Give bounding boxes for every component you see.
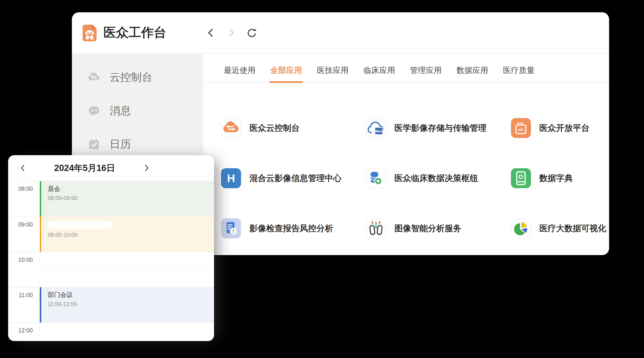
app-item-1[interactable]: Mos医学影像存储与传输管理 — [366, 103, 511, 153]
medical-workbench-logo — [82, 24, 97, 41]
svg-text:</>: </> — [518, 127, 524, 132]
back-button[interactable] — [206, 28, 216, 38]
sidebar-item-label: 日历 — [110, 137, 131, 152]
chevron-right-icon — [226, 28, 236, 38]
app-tile — [366, 168, 386, 188]
app-item-0[interactable]: 医众云控制台 — [221, 103, 366, 153]
chevron-left-icon — [206, 28, 216, 38]
app-tile — [511, 218, 531, 238]
bigdata-visualization-icon — [512, 218, 530, 238]
calendar-day-grid: 08:0009:0010:0011:0012:00 晨会08:00-09:000… — [8, 181, 214, 341]
event-time: 08:00-09:00 — [48, 195, 214, 201]
cloud-settings-icon — [87, 71, 101, 84]
calendar-event-2[interactable]: 部门会议11:00-12:00 — [40, 287, 214, 323]
svg-text:H: H — [227, 172, 235, 184]
app-label: 混合云影像信息管理中心 — [250, 173, 342, 184]
tab-6[interactable]: 医疗质量 — [503, 65, 535, 82]
app-label: 医众云控制台 — [250, 122, 300, 134]
calendar-event-1[interactable]: 09:00-10:00 — [40, 216, 214, 252]
svg-text:!: ! — [232, 228, 234, 234]
sidebar-item-label: 消息 — [110, 104, 131, 118]
app-category-tabs: 最近使用全部应用医技应用临床应用管理应用数据应用医疗质量 — [203, 53, 609, 83]
clinical-data-icon — [366, 168, 386, 188]
app-label: 影像检查报告风控分析 — [250, 223, 333, 234]
app-item-7[interactable]: 图像智能分析服务 — [366, 203, 511, 253]
cloud-console-icon — [222, 118, 240, 138]
report-risk-icon: ! — [221, 218, 241, 238]
event-time: 11:00-12:00 — [48, 301, 214, 307]
event-title: 晨会 — [48, 185, 214, 193]
browser-nav — [206, 12, 257, 53]
app-tile: </> — [511, 118, 531, 138]
app-label: 数据字典 — [539, 173, 573, 184]
time-label: 11:00 — [8, 292, 33, 299]
app-item-3[interactable]: H混合云影像信息管理中心 — [221, 153, 366, 203]
app-label: 医疗大数据可视化 — [539, 223, 606, 234]
image-analysis-icon — [366, 218, 386, 238]
sidebar-item-0[interactable]: 云控制台 — [72, 61, 202, 94]
app-tile: Mos — [366, 118, 386, 138]
tab-0[interactable]: 最近使用 — [224, 65, 256, 82]
sidebar-item-label: 云控制台 — [110, 70, 152, 85]
message-icon — [87, 104, 101, 118]
sidebar-item-1[interactable]: 消息 — [72, 94, 202, 128]
content-area: 最近使用全部应用医技应用临床应用管理应用数据应用医疗质量 医众云控制台Mos医学… — [203, 53, 609, 255]
app-tile: H — [221, 168, 241, 188]
event-time: 09:00-10:00 — [48, 232, 214, 238]
calendar-nav: 2024年5月16日 — [19, 162, 150, 174]
refresh-icon — [246, 28, 257, 38]
calendar-events-layer: 晨会08:00-09:0009:00-10:00部门会议11:00-12:00 — [40, 181, 214, 341]
svg-text:D: D — [519, 173, 523, 180]
app-tile: D — [511, 168, 531, 188]
chevron-left-icon — [19, 164, 27, 172]
app-item-8[interactable]: 医疗大数据可视化 — [511, 203, 609, 253]
calendar-header: 2024年5月16日 — [8, 155, 214, 181]
tab-5[interactable]: 数据应用 — [456, 65, 488, 82]
calendar-icon — [87, 138, 101, 151]
app-label: 图像智能分析服务 — [394, 223, 461, 234]
app-tile: ! — [221, 218, 241, 238]
calendar-prev-button[interactable] — [19, 164, 27, 172]
chevron-right-icon — [142, 164, 150, 172]
calendar-panel: 2024年5月16日 08:0009:0010:0011:0012:00 晨会0… — [8, 155, 214, 341]
time-label: 10:00 — [8, 256, 33, 263]
app-label: 医众临床数据决策枢纽 — [394, 173, 478, 184]
time-label: 09:00 — [8, 221, 33, 228]
calendar-date: 2024年5月16日 — [54, 162, 115, 174]
window-header: 医众工作台 — [72, 12, 609, 53]
forward-button[interactable] — [226, 28, 236, 38]
tab-1-active[interactable]: 全部应用 — [270, 65, 302, 82]
open-platform-icon: </> — [511, 118, 531, 138]
app-item-6[interactable]: !影像检查报告风控分析 — [221, 203, 366, 253]
app-grid: 医众云控制台Mos医学影像存储与传输管理</>医众开放平台H混合云影像信息管理中… — [221, 103, 609, 253]
app-item-2[interactable]: </>医众开放平台 — [511, 103, 609, 153]
image-storage-icon: Mos — [366, 118, 386, 138]
redacted-event-title — [48, 221, 113, 229]
app-item-5[interactable]: D数据字典 — [511, 153, 609, 203]
time-label: 12:00 — [8, 327, 33, 334]
app-label: 医众开放平台 — [539, 122, 590, 134]
refresh-button[interactable] — [246, 28, 257, 38]
desktop-background: 医众工作台 云控制台消息日历 最近使用全部应用医技应用临床应用管理应用数据应用医… — [0, 0, 644, 358]
hybrid-cloud-icon: H — [221, 168, 241, 188]
tab-3[interactable]: 临床应用 — [364, 65, 395, 82]
svg-text:Mos: Mos — [375, 129, 382, 133]
time-label: 08:00 — [8, 185, 33, 192]
event-title: 部门会议 — [48, 291, 214, 299]
tab-4[interactable]: 管理应用 — [410, 65, 442, 82]
app-tile — [221, 118, 241, 138]
calendar-next-button[interactable] — [142, 164, 150, 172]
app-tile — [366, 218, 386, 238]
tab-2[interactable]: 医技应用 — [317, 65, 348, 82]
calendar-event-0[interactable]: 晨会08:00-09:00 — [40, 181, 214, 216]
app-logo — [82, 24, 97, 41]
window-title: 医众工作台 — [104, 24, 166, 41]
data-dictionary-icon: D — [511, 168, 531, 188]
app-item-4[interactable]: 医众临床数据决策枢纽 — [366, 153, 511, 203]
app-label: 医学影像存储与传输管理 — [394, 122, 486, 134]
